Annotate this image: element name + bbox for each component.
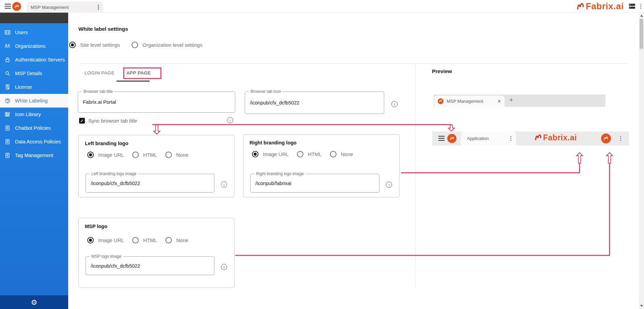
radio-option-image-url[interactable]: Image URL: [87, 152, 124, 158]
vertical-divider: [415, 63, 416, 288]
annotation-arrow-up-msp: [606, 153, 613, 163]
radio-option-none[interactable]: None: [165, 237, 189, 243]
radio-option-image-url[interactable]: Image URL: [252, 151, 289, 157]
hamburger-menu-icon[interactable]: [5, 6, 11, 6]
scroll-up-arrow-icon[interactable]: [640, 15, 643, 17]
left-branding-logo-image-input[interactable]: Left branding logo image /iconpub/cfx_dc…: [86, 174, 214, 193]
browser-tab-icon-input[interactable]: Browser tab icon /iconpub/cfx_dcfb5022: [245, 92, 384, 114]
sidebar-item-tag-management[interactable]: Tag Management: [0, 149, 68, 162]
radio-label: None: [176, 237, 189, 243]
left-branding-logo-section: Left branding logo Image URL HTML None L…: [78, 135, 235, 197]
radio-label: HTML: [143, 152, 157, 158]
sidebar-item-label: White Labeling: [15, 98, 48, 103]
sidebar-item-authentication-servers[interactable]: Authentication Servers: [0, 53, 68, 67]
radio-label: HTML: [143, 237, 157, 243]
sync-checkbox-label: Sync browser tab title: [88, 118, 137, 124]
radio-site-level[interactable]: [69, 42, 76, 48]
server-stack-icon[interactable]: [629, 3, 635, 9]
radio-label: Organization level settings: [143, 42, 203, 48]
palette-icon: [4, 98, 11, 104]
radio-option-none[interactable]: None: [330, 151, 353, 157]
gear-icon[interactable]: ⚙: [31, 299, 38, 306]
tab-app-page[interactable]: APP PAGE: [126, 70, 151, 75]
sidebar-item-license[interactable]: License: [0, 80, 68, 94]
close-icon: [497, 99, 501, 104]
sidebar-item-data-access-policies[interactable]: Data Access Policies: [0, 135, 68, 149]
tab-kebab-menu-icon[interactable]: [98, 6, 99, 8]
sidebar-item-label: Organizations: [15, 43, 45, 49]
radio-option-site-level[interactable]: Site level settings: [69, 42, 120, 48]
radio-option-html[interactable]: HTML: [132, 152, 157, 158]
sidebar-item-label: Authentication Servers: [15, 57, 65, 62]
radio-option-org-level[interactable]: Organization level settings: [132, 42, 203, 48]
active-tab-indicator: [117, 81, 150, 82]
annotation-arrow-up-wordmark: [576, 153, 583, 163]
radio-html[interactable]: [297, 151, 303, 157]
sidebar-item-msp-details[interactable]: MSP Details: [0, 67, 68, 80]
radio-option-html[interactable]: HTML: [297, 151, 322, 157]
scrollbar-thumb[interactable]: [640, 19, 643, 49]
radio-image-url[interactable]: [87, 152, 94, 158]
sidebar-item-label: Chatbot Policies: [15, 125, 51, 131]
radio-none[interactable]: [330, 151, 336, 157]
sidebar-item-icon-library[interactable]: Icon Library: [0, 108, 68, 121]
preview-left-branding-logo: [447, 134, 456, 143]
info-icon[interactable]: [221, 181, 227, 187]
scroll-down-arrow-icon[interactable]: [640, 305, 643, 307]
annotation-arrow-down-left: [154, 125, 160, 134]
right-branding-source-radio-group: Image URL HTML None: [252, 151, 353, 157]
sidebar-nav: Users Organizations Authentication Serve…: [0, 26, 68, 162]
license-icon: [4, 84, 11, 90]
radio-html[interactable]: [132, 237, 139, 243]
hamburger-menu-icon: [438, 138, 445, 139]
sidebar-footer: ⚙: [0, 295, 68, 309]
sidebar-top-strip: [0, 13, 68, 23]
tab-login-page[interactable]: LOGIN PAGE: [85, 70, 115, 75]
sidebar-item-organizations[interactable]: Organizations: [0, 39, 68, 53]
sync-browser-tab-title-row: Sync browser tab title: [79, 118, 137, 124]
radio-label: Image URL: [98, 237, 124, 243]
preview-application-tab: Application: [461, 131, 516, 145]
info-icon[interactable]: [391, 101, 398, 107]
radio-label: Site level settings: [80, 42, 120, 48]
topbar-kebab-menu-icon[interactable]: [640, 6, 641, 7]
sidebar-item-label: Users: [15, 30, 28, 35]
info-icon[interactable]: [227, 117, 233, 123]
annotation-line-right-branding: [401, 163, 580, 173]
radio-label: None: [341, 151, 353, 157]
sidebar: Users Organizations Authentication Serve…: [0, 13, 68, 309]
radio-option-html[interactable]: HTML: [132, 237, 157, 243]
info-icon[interactable]: [386, 182, 392, 188]
info-icon[interactable]: [221, 264, 227, 270]
radio-label: Image URL: [263, 151, 289, 157]
right-branding-logo-image-input[interactable]: Right branding logo image /iconpub/fabri…: [250, 174, 379, 193]
radio-image-url[interactable]: [252, 151, 258, 157]
radio-org-level[interactable]: [132, 42, 138, 48]
radio-html[interactable]: [132, 152, 139, 158]
sidebar-item-white-labeling[interactable]: White Labeling: [0, 94, 68, 108]
sidebar-item-chatbot-policies[interactable]: Chatbot Policies: [0, 121, 68, 135]
topbar-right-group: Fabrix.ai: [575, 0, 641, 13]
preview-wordmark: Fabrix.ai: [543, 133, 577, 142]
radio-option-image-url[interactable]: Image URL: [87, 237, 124, 243]
sidebar-item-users[interactable]: Users: [0, 26, 68, 39]
browser-tab-title-input[interactable]: Browser tab title Fabrix.ai Portal: [78, 92, 235, 113]
msp-logo-image-input[interactable]: MSP logo image /iconpub/cfx_dcfb5022: [86, 256, 214, 275]
app-tab-msp-management[interactable]: MSP Management: [27, 2, 103, 13]
radio-option-none[interactable]: None: [165, 152, 189, 158]
field-value: /iconpub/cfx_dcfb5022: [91, 174, 140, 192]
radio-none[interactable]: [165, 152, 172, 158]
fabrix-logo-icon[interactable]: [12, 2, 21, 11]
document-icon: [4, 152, 11, 158]
field-value: Fabrix.ai Portal: [83, 92, 116, 112]
people-icon: [4, 43, 11, 49]
sidebar-item-label: Tag Management: [15, 153, 53, 158]
radio-none[interactable]: [165, 237, 172, 243]
fabrix-wordmark: Fabrix.ai: [586, 1, 624, 12]
document-icon: [4, 139, 11, 145]
radio-image-url[interactable]: [87, 237, 94, 243]
radio-label: None: [176, 152, 189, 158]
sync-checkbox[interactable]: [79, 118, 85, 124]
section-title: MSP logo: [85, 224, 107, 229]
vertical-scrollbar[interactable]: [639, 13, 644, 309]
